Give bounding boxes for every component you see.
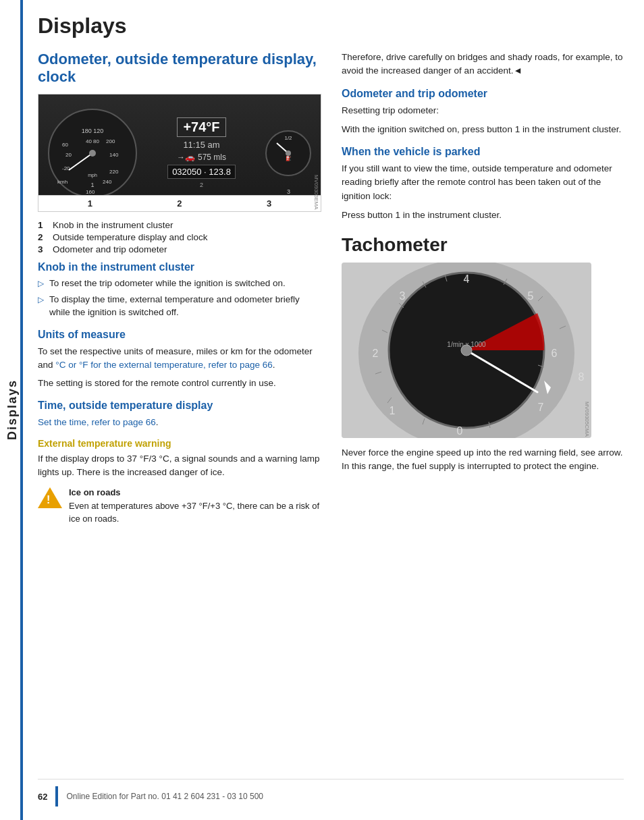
cluster-label-2: 2	[177, 198, 182, 209]
knob-bullets: ▷ To reset the trip odometer while the i…	[38, 277, 321, 319]
svg-text:60: 60	[62, 142, 68, 148]
main-content: Displays Odometer, outside temperature d…	[24, 0, 644, 820]
time-heading: Time, outside temperature display	[38, 400, 321, 412]
time-text: .	[156, 417, 159, 427]
range-value: 575 mls	[198, 153, 226, 162]
page-title: Displays	[38, 13, 624, 38]
svg-text:0: 0	[457, 425, 463, 437]
odo-trip-text2: With the ignition switched on, press but…	[342, 123, 624, 136]
warning-text-block: Ice on roads Even at temperatures above …	[69, 486, 321, 526]
svg-text:7: 7	[538, 402, 544, 413]
footer-text: Online Edition for Part no. 01 41 2 604 …	[66, 792, 263, 801]
svg-text:200: 200	[106, 138, 115, 144]
svg-text:140: 140	[109, 152, 119, 158]
list-item-3: 3 Odometer and trip odometer	[38, 244, 321, 254]
warning-box: Ice on roads Even at temperatures above …	[38, 486, 321, 526]
list-num-2: 2	[38, 232, 47, 242]
time-link[interactable]: Set the time, refer to page 66	[38, 417, 156, 427]
range-icon: →🚗	[177, 153, 195, 162]
svg-text:8: 8	[579, 371, 585, 383]
footer-bar	[55, 786, 58, 807]
svg-text:1/2: 1/2	[284, 135, 292, 141]
svg-text:240: 240	[103, 179, 112, 185]
svg-text:mph: mph	[88, 173, 97, 178]
svg-text:-20: -20	[62, 165, 70, 171]
units-link[interactable]: °C or °F for the external temperature, r…	[55, 360, 272, 370]
cluster-temp: +74°F	[177, 117, 225, 137]
tachometer-heading: Tachometer	[342, 234, 624, 256]
knob-bullet-text-2: To display the time, external temperatur…	[49, 294, 321, 319]
list-num-1: 1	[38, 220, 47, 230]
svg-text:5: 5	[528, 290, 534, 302]
svg-text:3: 3	[400, 290, 406, 302]
odo-heading: Odometer, outside temperature display, c…	[38, 51, 321, 86]
parked-text2: Press button 1 in the instrument cluster…	[342, 209, 624, 222]
two-col-layout: Odometer, outside temperature display, c…	[38, 51, 624, 765]
footer: 62 Online Edition for Part no. 01 41 2 6…	[38, 779, 624, 807]
knob-heading: Knob in the instrument cluster	[38, 261, 321, 273]
cluster-center-display: +74°F 11:15 am →🚗 575 mls 032050 · 123.8…	[167, 117, 236, 188]
bullet-arrow-1: ▷	[38, 278, 44, 290]
odo-trip-text1: Resetting trip odometer:	[342, 104, 624, 117]
cluster-inner: 180 120 40 80 20 140 -20 kmh 60 160 240 …	[38, 94, 321, 211]
svg-point-35	[461, 345, 472, 356]
speedometer-gauge: 180 120 40 80 20 140 -20 kmh 60 160 240 …	[45, 106, 140, 200]
right-column: Therefore, drive carefully on bridges an…	[342, 51, 624, 765]
units-text2: .	[273, 360, 275, 370]
odo-heading-block: Odometer, outside temperature display, c…	[38, 51, 321, 86]
svg-text:40  80: 40 80	[86, 138, 100, 144]
list-item-1: 1 Knob in the instrument cluster	[38, 220, 321, 230]
cluster-labels: 1 2 3	[38, 195, 321, 211]
svg-text:1: 1	[390, 405, 396, 416]
tach-text: Never force the engine speed up into the…	[342, 446, 624, 474]
label-3: 3	[287, 188, 290, 195]
knob-bullet-2: ▷ To display the time, external temperat…	[38, 294, 321, 319]
warning-icon	[38, 487, 62, 512]
label-1: 1	[90, 182, 94, 188]
ext-temp-heading: External temperature warning	[38, 438, 321, 449]
sidebar-label: Displays	[5, 379, 20, 440]
svg-point-14	[89, 150, 96, 157]
footer-page-number: 62	[38, 792, 47, 802]
fuel-gauge: 1/2 ⛽ 3	[263, 106, 314, 200]
knob-bullet-text-1: To reset the trip odometer while the ign…	[49, 277, 286, 290]
tach-img-credit: MV09305CMA	[584, 402, 590, 437]
fuel-svg: 1/2 ⛽	[263, 106, 314, 200]
parked-text1: If you still want to view the time, outs…	[342, 162, 624, 203]
svg-text:kmh: kmh	[57, 179, 68, 185]
knob-bullet-1: ▷ To reset the trip odometer while the i…	[38, 277, 321, 290]
odo-trip-heading: Odometer and trip odometer	[342, 88, 624, 100]
units-body: To set the respective units of measure, …	[38, 345, 321, 373]
cluster-odometer: 032050 · 123.8	[167, 165, 236, 179]
cluster-img-credit: MV09303EMA	[313, 175, 319, 210]
svg-text:220: 220	[109, 169, 119, 175]
units-text3: The setting is stored for the remote con…	[38, 377, 321, 390]
tachometer-image: 4 3 2 1 0 5 6 7 8 1/min x 1000	[342, 263, 591, 438]
svg-point-19	[286, 151, 291, 156]
warning-body: Even at temperatures above +37 °F/+3 °C,…	[69, 499, 321, 526]
list-item-2: 2 Outside temperature display and clock	[38, 232, 321, 242]
list-num-3: 3	[38, 244, 47, 254]
list-text-2: Outside temperature display and clock	[53, 232, 208, 242]
units-heading: Units of measure	[38, 329, 321, 341]
intro-text: Therefore, drive carefully on bridges an…	[342, 51, 624, 78]
warning-title: Ice on roads	[69, 486, 321, 499]
cluster-label-3: 3	[267, 198, 271, 209]
cluster-range: →🚗 575 mls	[177, 153, 226, 162]
parked-heading: When the vehicle is parked	[342, 146, 624, 158]
left-column: Odometer, outside temperature display, c…	[38, 51, 321, 765]
time-link-text: Set the time, refer to page 66.	[38, 416, 321, 429]
sidebar: Displays	[0, 0, 24, 820]
tachometer-svg: 4 3 2 1 0 5 6 7 8 1/min x 1000	[342, 263, 591, 438]
triangle-warning	[38, 487, 62, 508]
svg-text:⛽: ⛽	[286, 155, 292, 161]
svg-text:6: 6	[552, 348, 558, 359]
cluster-image: 180 120 40 80 20 140 -20 kmh 60 160 240 …	[38, 94, 321, 212]
svg-text:160: 160	[86, 189, 95, 195]
list-text-3: Odometer and trip odometer	[53, 244, 167, 254]
numbered-list: 1 Knob in the instrument cluster 2 Outsi…	[38, 220, 321, 254]
sidebar-bar	[20, 0, 23, 820]
svg-text:2: 2	[373, 348, 379, 359]
svg-text:20: 20	[65, 152, 72, 158]
list-text-1: Knob in the instrument cluster	[53, 220, 173, 230]
